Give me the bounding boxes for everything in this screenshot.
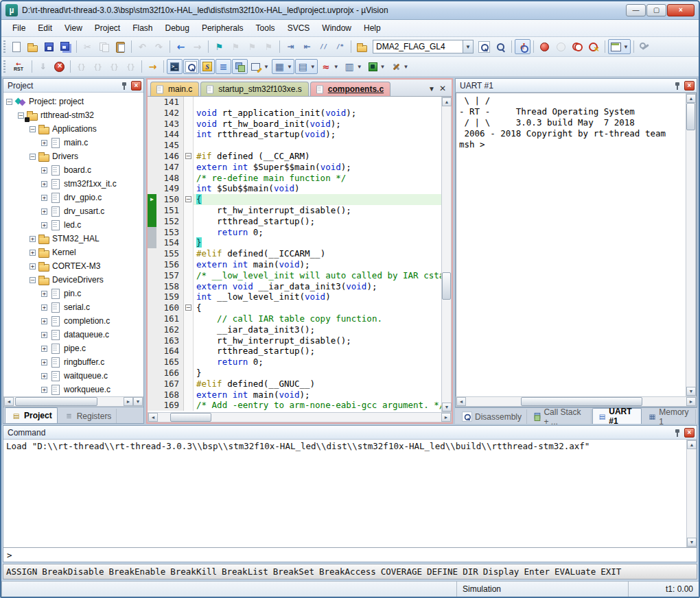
uart-terminal[interactable]: \ | / - RT - Thread Operating System / |… <box>456 93 697 396</box>
disassembly-window-button[interactable] <box>183 59 199 74</box>
command-button-breakset[interactable]: BreakSet <box>273 566 314 577</box>
code-line-167[interactable]: 167#elif defined(__GNUC__) <box>148 379 441 390</box>
cut-button[interactable]: ✂ <box>80 39 95 54</box>
window-layout-button[interactable]: ▼ <box>608 39 631 54</box>
expander-icon[interactable]: + <box>41 140 47 146</box>
command-button-display[interactable]: Display <box>483 566 520 577</box>
expander-icon[interactable]: – <box>18 112 24 119</box>
code-line-142[interactable]: 142void rt_application_init(void); <box>148 108 441 119</box>
tree-item-waitqueue-c[interactable]: +waitqueue.c <box>3 369 143 383</box>
step-out-button[interactable]: {} <box>106 59 122 74</box>
menu-tools[interactable]: Tools <box>250 21 281 35</box>
expander-icon[interactable]: + <box>41 208 47 215</box>
command-button-coverage[interactable]: COVERAGE <box>381 566 422 577</box>
expander-icon[interactable]: + <box>41 167 47 174</box>
menu-flash[interactable]: Flash <box>127 21 158 35</box>
watch-windows-button[interactable]: ▼ <box>248 59 271 74</box>
scroll-down-icon[interactable]: ▼ <box>442 403 452 411</box>
expander-icon[interactable]: + <box>41 195 47 201</box>
uart-vscrollbar[interactable]: ▲ ▼ <box>686 93 696 396</box>
code-line-143[interactable]: 143void rt_hw_board_init(void); <box>148 119 441 130</box>
command-button-dir[interactable]: DIR <box>463 566 478 577</box>
code-line-146[interactable]: 146–#if defined (__CC_ARM) <box>148 151 441 162</box>
expander-icon[interactable]: + <box>41 346 47 352</box>
code-line-158[interactable]: 158extern void __iar_data_init3(void); <box>148 281 441 292</box>
fold-toggle-icon[interactable]: – <box>185 153 191 159</box>
code-line-163[interactable]: 163 rt_hw_interrupt_disable(); <box>148 335 441 346</box>
code-line-166[interactable]: 166} <box>148 368 441 379</box>
expander-icon[interactable]: + <box>41 291 47 297</box>
window-layout-dropdown-icon[interactable]: ▼ <box>623 44 629 50</box>
code-area[interactable]: 141142void rt_application_init(void);143… <box>148 96 452 412</box>
tree-item-drv-usart-c[interactable]: +drv_usart.c <box>3 204 143 218</box>
expander-icon[interactable]: + <box>41 318 47 324</box>
toggle-bookmark-button[interactable]: ⚑ <box>211 39 227 54</box>
uncomment-selection-button[interactable]: /* <box>332 39 348 54</box>
expander-icon[interactable]: + <box>30 263 36 270</box>
configure-target-button[interactable] <box>637 39 653 54</box>
code-line-169[interactable]: 169/* Add -eentry to arm-none-eabi-gcc a… <box>148 400 441 411</box>
code-line-148[interactable]: 148/* re-define main function */ <box>148 173 441 184</box>
command-vscrollbar[interactable]: ▲ ▼ <box>686 440 697 547</box>
scroll-thumb[interactable] <box>15 397 97 406</box>
tree-item-kernel[interactable]: +Kernel <box>3 246 143 259</box>
code-line-162[interactable]: 162 __iar_data_init3(); <box>148 324 441 335</box>
command-button-define[interactable]: DEFINE <box>427 566 458 577</box>
reset-cpu-button[interactable]: RST <box>8 59 29 74</box>
menu-peripherals[interactable]: Peripherals <box>196 21 249 35</box>
expander-icon[interactable]: + <box>41 304 47 311</box>
clear-all-bookmarks-button[interactable]: ⚑ <box>261 39 277 54</box>
command-button-breakkill[interactable]: BreakKill <box>170 566 217 577</box>
command-panel-close-icon[interactable]: × <box>684 428 695 438</box>
editor-tab-components-c[interactable]: components.c <box>310 82 390 96</box>
next-bookmark-button[interactable]: ⚑ <box>228 39 244 54</box>
tree-item-drv-gpio-c[interactable]: +drv_gpio.c <box>3 191 143 204</box>
show-next-statement-button[interactable]: → <box>145 59 161 74</box>
code-line-155[interactable]: 155#elif defined(__ICCARM__) <box>148 248 441 259</box>
system-viewer-button[interactable]: ▼ <box>365 59 388 74</box>
tab-project[interactable]: ▤Project <box>5 407 58 423</box>
tree-item-dataqueue-c[interactable]: +dataqueue.c <box>3 328 143 342</box>
system-viewer-dropdown-icon[interactable]: ▼ <box>380 64 386 70</box>
open-file-button[interactable] <box>25 39 40 54</box>
scroll-up-icon[interactable]: ▲ <box>686 94 696 103</box>
tree-item-completion-c[interactable]: +completion.c <box>3 314 143 328</box>
registers-window-button[interactable]: ≡ <box>215 59 231 74</box>
command-button-breakenable[interactable]: BreakEnable <box>108 566 165 577</box>
project-tree-hscrollbar[interactable]: ◄ ► ▼ <box>3 396 143 407</box>
menu-project[interactable]: Project <box>89 21 126 35</box>
scroll-left-icon[interactable]: ◄ <box>148 413 158 422</box>
editor-tab-main-c[interactable]: main.c <box>150 82 199 96</box>
code-line-150[interactable]: ▶150–{ <box>148 194 441 205</box>
fold-toggle-icon[interactable]: – <box>185 196 191 202</box>
menu-help[interactable]: Help <box>358 21 386 35</box>
code-line-141[interactable]: 141 <box>148 97 441 108</box>
tab-registers[interactable]: ≡Registers <box>58 409 117 423</box>
call-stack-window-button[interactable] <box>232 59 248 74</box>
trace-windows-button[interactable]: ▥▼ <box>342 59 364 74</box>
insert-remove-breakpoint-button[interactable] <box>537 39 552 54</box>
code-line-151[interactable]: 151 rt_hw_interrupt_disable(); <box>148 205 441 216</box>
maximize-button[interactable]: ▢ <box>646 4 666 16</box>
uart-panel-close-icon[interactable]: × <box>684 81 695 91</box>
editor-tab-startup-stm32f103xe-s[interactable]: startup_stm32f103xe.s <box>200 82 308 96</box>
tree-item-pipe-c[interactable]: +pipe.c <box>3 342 143 355</box>
tab-call-stack[interactable]: Call Stack + ... <box>528 409 592 424</box>
tree-item-workqueue-c[interactable]: +workqueue.c <box>3 383 143 396</box>
search-combo[interactable]: ▼ <box>373 40 474 53</box>
watch-windows-dropdown-icon[interactable]: ▼ <box>264 64 269 70</box>
code-line-149[interactable]: 149int $Sub$$main(void) <box>148 183 441 194</box>
tree-item-drivers[interactable]: –Drivers <box>3 150 143 163</box>
code-line-144[interactable]: 144int rtthread_startup(void); <box>148 129 441 140</box>
disable-all-breakpoints-button[interactable] <box>570 39 585 54</box>
toolbox-dropdown-icon[interactable]: ▼ <box>404 64 409 70</box>
tree-item-project-project[interactable]: –Project: project <box>3 95 143 108</box>
expander-icon[interactable]: + <box>41 359 47 366</box>
memory-windows-button[interactable]: ▦▼ <box>272 59 294 74</box>
menu-file[interactable]: File <box>7 21 31 35</box>
undo-button[interactable]: ↶ <box>135 39 150 54</box>
minimize-button[interactable]: — <box>626 4 646 16</box>
tree-item-rtthread-stm32[interactable]: –rtthread-stm32 <box>3 108 143 122</box>
expander-icon[interactable]: – <box>30 126 36 132</box>
trace-windows-dropdown-icon[interactable]: ▼ <box>357 64 362 70</box>
